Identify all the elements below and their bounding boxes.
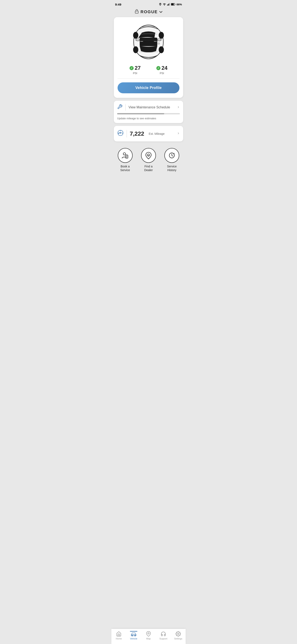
svg-point-22 [120,132,121,133]
svg-rect-4 [169,4,169,6]
vehicle-card: ✓ 27 PSI ✓ 24 PSI Vehicle Profile [114,17,183,98]
svg-point-20 [158,43,160,44]
maintenance-vertical-divider [125,104,126,111]
maintenance-schedule-label: View Maintenance Schedule [128,106,174,109]
svg-rect-2 [167,4,168,6]
svg-rect-10 [140,38,157,46]
car-image-container [118,21,179,65]
svg-rect-18 [140,41,143,42]
svg-rect-8 [135,11,138,13]
vehicle-name: ROGUE [140,10,158,14]
maintenance-card[interactable]: View Maintenance Schedule Update mileage… [114,101,183,123]
right-tire-value: 24 [162,65,167,71]
book-service-label: Book aService [120,164,130,172]
left-tire-unit: PSI [133,72,137,75]
book-service-action[interactable]: Book aService [118,148,133,172]
wrench-icon [117,104,122,111]
svg-rect-7 [171,4,174,5]
service-history-circle [164,148,179,163]
right-tire-unit: PSI [160,72,164,75]
mileage-card[interactable]: 7,222 Est. Mileage [114,126,183,142]
find-dealer-action[interactable]: G Find aDealer [141,148,156,172]
wifi-status-icon [163,3,166,6]
svg-line-35 [172,156,173,156]
maintenance-progress-fill [117,113,164,114]
svg-point-15 [159,32,164,38]
vehicle-profile-button[interactable]: Vehicle Profile [118,82,179,93]
speedometer-icon [117,130,124,138]
card-divider [118,78,179,79]
find-dealer-circle: G [141,148,156,163]
quick-actions-bar: Book aService G Find aDealer [111,144,186,174]
signal-status-icon [167,3,170,6]
right-tire-psi: ✓ 24 PSI [156,65,167,75]
location-status-icon [159,3,162,6]
maintenance-update-text: Update mileage to see estimates [117,117,156,120]
svg-point-12 [157,39,161,41]
status-bar: 9:49 66% [111,0,186,8]
find-dealer-icon: G [145,152,152,159]
svg-point-0 [160,4,161,4]
svg-point-16 [133,46,138,53]
book-service-circle [118,148,133,163]
svg-point-11 [136,39,140,41]
mileage-vertical-divider [127,130,127,138]
svg-point-26 [123,153,125,155]
left-tire-check-icon: ✓ [130,66,134,70]
find-dealer-label: Find aDealer [144,164,153,172]
maintenance-header-row: View Maintenance Schedule [117,104,180,111]
left-tire-psi: ✓ 27 PSI [130,65,141,75]
service-history-icon [168,152,176,159]
svg-text:G: G [148,154,149,156]
svg-point-17 [159,46,164,53]
mileage-value: 7,222 [130,130,144,137]
svg-point-14 [133,32,138,38]
battery-percent: 66% [177,3,182,6]
status-icons: 66% [159,3,182,6]
maintenance-progress-bar [117,113,180,114]
right-tire-check-icon: ✓ [156,66,160,70]
svg-rect-5 [169,3,170,6]
lock-icon [135,9,139,15]
tire-pressure-row: ✓ 27 PSI ✓ 24 PSI [118,65,179,75]
mileage-chevron-icon [177,132,180,136]
service-history-label: ServiceHistory [167,164,177,172]
svg-rect-3 [168,4,168,6]
maintenance-chevron-icon [177,105,180,110]
app-header: ROGUE [111,8,186,17]
header-chevron-icon[interactable] [159,10,162,14]
car-top-view-icon [124,23,173,61]
left-tire-value: 27 [135,65,141,71]
service-history-action[interactable]: ServiceHistory [164,148,179,172]
status-time: 9:49 [115,3,121,6]
battery-status-icon [171,3,176,6]
book-service-icon [121,152,129,159]
svg-rect-19 [154,41,157,42]
mileage-label: Est. Mileage [149,132,165,136]
